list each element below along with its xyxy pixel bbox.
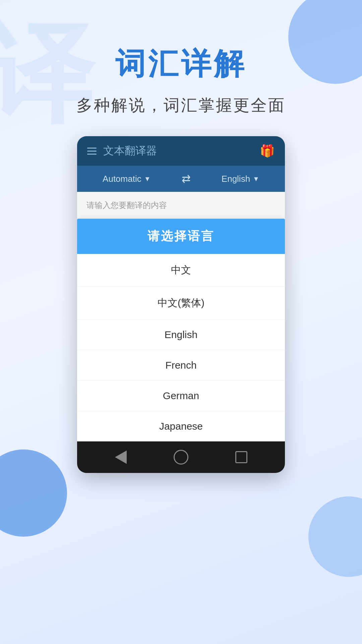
- dialog-options: 中文中文(繁体)EnglishFrenchGermanJapanese: [77, 254, 285, 441]
- app-bar-title: 文本翻译器: [103, 144, 157, 158]
- header-section: 词汇详解 多种解说，词汇掌握更全面: [0, 0, 362, 136]
- phone-mockup: 文本翻译器 🎁 Automatic ▼ ⇄ English ▼ 请输入您要翻译的…: [77, 136, 285, 473]
- dialog-title: 请选择语言: [84, 228, 278, 245]
- lang-selector-bar: Automatic ▼ ⇄ English ▼: [77, 166, 285, 192]
- dialog-header: 请选择语言: [77, 219, 285, 254]
- bg-circle-bottom-left: [0, 449, 67, 537]
- lang-dialog: 请选择语言 中文中文(繁体)EnglishFrenchGermanJapanes…: [77, 219, 285, 441]
- dialog-option[interactable]: 中文(繁体): [77, 287, 285, 320]
- source-lang-label: Automatic: [103, 174, 141, 184]
- hamburger-icon[interactable]: [87, 148, 97, 155]
- home-button[interactable]: [173, 449, 189, 466]
- translation-input-area: 请输入您要翻译的内容: [77, 192, 285, 219]
- recent-button[interactable]: [233, 449, 250, 466]
- gift-icon[interactable]: 🎁: [260, 144, 275, 158]
- back-button[interactable]: [112, 449, 129, 466]
- target-lang-dropdown[interactable]: English ▼: [222, 174, 259, 184]
- dialog-option[interactable]: French: [77, 350, 285, 381]
- swap-icon[interactable]: ⇄: [182, 172, 191, 185]
- dialog-option[interactable]: Japanese: [77, 411, 285, 441]
- dialog-option[interactable]: 中文: [77, 254, 285, 287]
- nav-bar: [77, 441, 285, 473]
- home-icon: [174, 450, 188, 465]
- source-lang-arrow: ▼: [144, 175, 151, 183]
- dialog-option[interactable]: English: [77, 320, 285, 350]
- target-lang-arrow: ▼: [253, 175, 259, 183]
- recent-icon: [235, 451, 247, 463]
- back-icon: [115, 450, 127, 464]
- app-bar-left: 文本翻译器: [87, 144, 157, 158]
- sub-title: 多种解说，词汇掌握更全面: [0, 95, 362, 116]
- target-lang-label: English: [222, 174, 250, 184]
- main-title: 词汇详解: [0, 44, 362, 85]
- input-placeholder: 请输入您要翻译的内容: [86, 200, 276, 211]
- app-bar: 文本翻译器 🎁: [77, 136, 285, 166]
- dialog-option[interactable]: German: [77, 381, 285, 411]
- bg-circle-bottom-right: [308, 496, 362, 577]
- source-lang-dropdown[interactable]: Automatic ▼: [103, 174, 150, 184]
